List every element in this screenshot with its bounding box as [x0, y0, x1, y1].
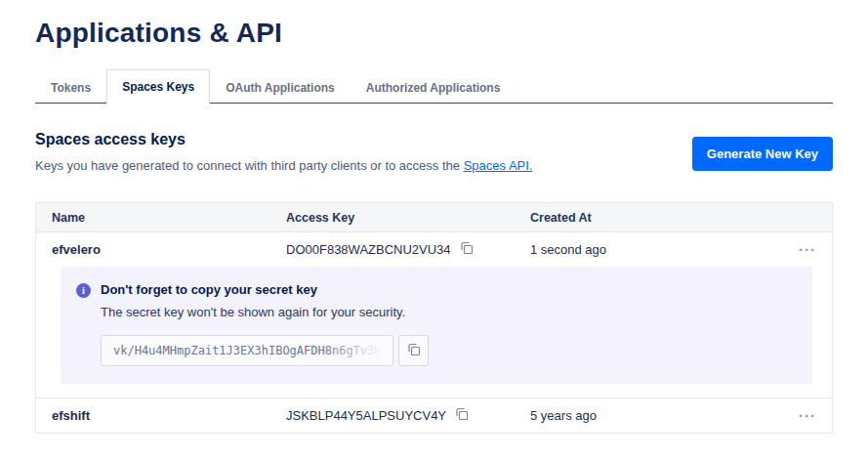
- secret-notice-row: i Don't forget to copy your secret key T…: [36, 267, 832, 397]
- tab-bar: Tokens Spaces Keys OAuth Applications Au…: [35, 68, 833, 104]
- table-header-row: Name Access Key Created At: [36, 203, 832, 231]
- copy-secret-key-button[interactable]: [398, 335, 429, 366]
- copy-access-key-button[interactable]: [460, 241, 474, 258]
- tab-oauth-applications[interactable]: OAuth Applications: [210, 70, 351, 104]
- column-header-name: Name: [52, 211, 286, 225]
- secret-notice-subtitle: The secret key won't be shown again for …: [101, 305, 797, 319]
- column-header-created-at: Created At: [530, 211, 762, 225]
- info-icon: i: [76, 283, 91, 298]
- row-menu-icon[interactable]: ···: [799, 241, 816, 258]
- keys-table: Name Access Key Created At efvelero DO00…: [35, 202, 833, 434]
- section-description: Keys you have generated to connect with …: [35, 158, 532, 173]
- copy-access-key-button[interactable]: [455, 407, 469, 424]
- key-name: efvelero: [52, 242, 286, 257]
- access-key-value: JSKBLP44Y5ALPSUYCV4Y: [286, 408, 446, 423]
- copy-icon: [455, 407, 469, 424]
- section-text-block: Spaces access keys Keys you have generat…: [35, 131, 532, 173]
- description-text: Keys you have generated to connect with …: [35, 158, 464, 173]
- secret-notice-title: Don't forget to copy your secret key: [101, 282, 797, 297]
- created-at-value: 5 years ago: [530, 408, 762, 423]
- tab-spaces-keys[interactable]: Spaces Keys: [106, 69, 210, 104]
- generate-new-key-button[interactable]: Generate New Key: [692, 137, 833, 171]
- spaces-api-link[interactable]: Spaces API.: [464, 158, 533, 173]
- created-at-value: 1 second ago: [530, 242, 762, 257]
- section-title: Spaces access keys: [35, 131, 532, 148]
- secret-key-value: vk/H4u4MHmpZait1J3EX3hIBOgAFDH8n6gTv3H: [101, 335, 393, 366]
- secret-notice-panel: i Don't forget to copy your secret key T…: [61, 267, 812, 384]
- secret-key-row: vk/H4u4MHmpZait1J3EX3hIBOgAFDH8n6gTv3H: [101, 335, 797, 366]
- access-key-value: DO00F838WAZBCNU2VU34: [286, 242, 451, 257]
- page-container: Applications & API Tokens Spaces Keys OA…: [0, 18, 868, 434]
- tab-authorized-applications[interactable]: Authorized Applications: [351, 70, 517, 104]
- section-header: Spaces access keys Keys you have generat…: [35, 131, 833, 173]
- key-name: efshift: [52, 408, 286, 423]
- copy-icon: [407, 343, 421, 359]
- column-header-access-key: Access Key: [286, 211, 530, 225]
- row-menu-icon[interactable]: ···: [799, 407, 816, 424]
- tab-tokens[interactable]: Tokens: [35, 70, 106, 104]
- page-title: Applications & API: [35, 18, 833, 49]
- copy-icon: [460, 241, 474, 258]
- table-row: efvelero DO00F838WAZBCNU2VU34 1 second a…: [36, 231, 832, 267]
- table-row: efshift JSKBLP44Y5ALPSUYCV4Y 5 years ago…: [36, 397, 832, 433]
